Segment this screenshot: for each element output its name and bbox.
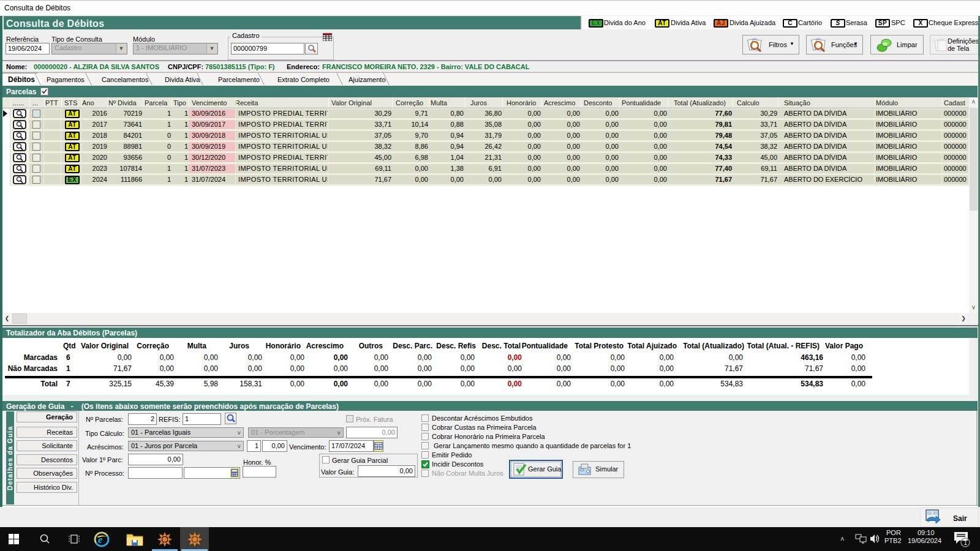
- svg-text:e: e: [98, 534, 103, 545]
- svg-text:1: 1: [964, 539, 968, 546]
